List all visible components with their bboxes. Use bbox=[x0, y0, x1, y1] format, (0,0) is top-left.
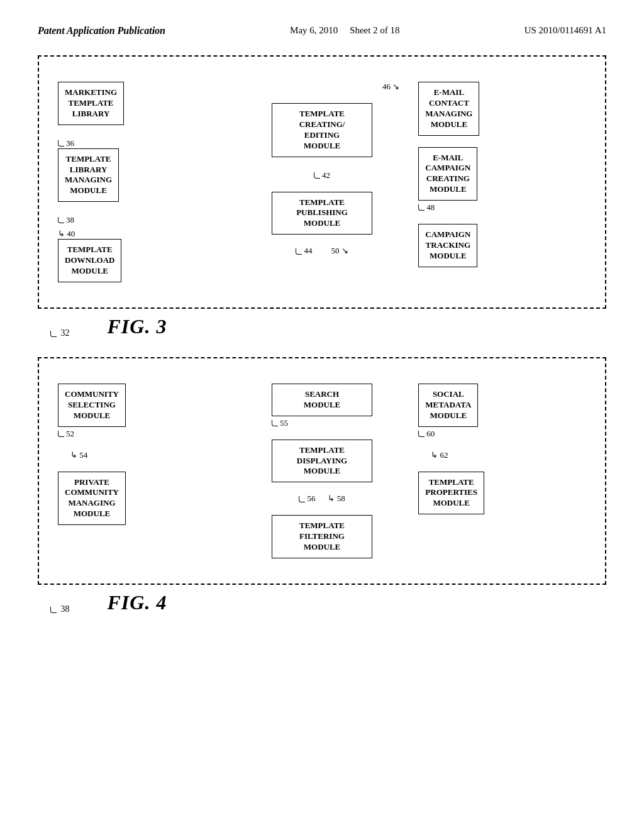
module-social-metadata: SOCIALMETADATAMODULE bbox=[418, 384, 478, 427]
curve-icon-38 bbox=[58, 217, 64, 223]
fig4-title: FIG. 4 bbox=[108, 591, 167, 614]
curve-icon-52 bbox=[58, 431, 64, 437]
module-marketing-template-library: MARKETINGTEMPLATELIBRARY bbox=[58, 82, 124, 125]
module-template-displaying: TEMPLATEDISPLAYINGMODULE bbox=[272, 440, 372, 483]
fig3-col2: 46 ↘ TEMPLATECREATING/EDITINGMODULE 42 T… bbox=[238, 82, 406, 282]
fig4-label-area: 38 FIG. 4 bbox=[38, 591, 606, 614]
page-header: Patent Application Publication May 6, 20… bbox=[38, 25, 606, 36]
header-center: May 6, 2010 Sheet 2 of 18 bbox=[290, 25, 400, 36]
header-title: Patent Application Publication bbox=[38, 25, 165, 36]
module-campaign-tracking: CAMPAIGNTRACKINGMODULE bbox=[418, 224, 477, 267]
curve-icon-48 bbox=[418, 204, 425, 211]
ref-62-indicator: ↳ 62 bbox=[431, 450, 586, 460]
module-template-properties: TEMPLATEPROPERTIESMODULE bbox=[418, 472, 484, 515]
module-template-creating-editing: TEMPLATECREATING/EDITINGMODULE bbox=[272, 103, 372, 157]
fig4-col3: SOCIALMETADATAMODULE 60 ↳ 62 TEMPLATEPRO… bbox=[418, 384, 586, 558]
ref-58: ↳ 58 bbox=[328, 494, 345, 504]
fig4-overall-ref: 38 bbox=[50, 604, 70, 614]
ref-60: 60 bbox=[418, 429, 586, 439]
fig3-dashed-box: MARKETINGTEMPLATELIBRARY 36 TEMPLATELIBR… bbox=[38, 55, 606, 309]
curve-icon-44 bbox=[296, 248, 302, 255]
module-template-library-managing: TEMPLATELIBRARYMANAGINGMODULE bbox=[58, 148, 119, 202]
ref-52: 52 bbox=[58, 429, 226, 439]
fig4-item-search: SEARCHMODULE 55 bbox=[272, 384, 372, 428]
fig3-item-template-library-managing: 36 TEMPLATELIBRARYMANAGINGMODULE bbox=[58, 136, 226, 202]
fig4-col1: COMMUNITYSELECTINGMODULE 52 ↳ 54 PRIVATE… bbox=[58, 384, 226, 558]
ref-38-fig3: 38 bbox=[58, 215, 226, 225]
curve-icon-36 bbox=[58, 140, 64, 147]
ref-56: 56 bbox=[299, 494, 315, 504]
module-private-community-managing: PRIVATECOMMUNITYMANAGINGMODULE bbox=[58, 472, 126, 526]
ref-40-curve-indicator: ↳ 40 bbox=[58, 229, 75, 239]
ref-num-52: 52 bbox=[66, 429, 74, 439]
module-template-publishing: TEMPLATEPUBLISHINGMODULE bbox=[272, 192, 372, 235]
curve-icon-56 bbox=[299, 496, 305, 502]
ref-46-top: 46 ↘ bbox=[382, 82, 399, 92]
ref-num-38: 38 bbox=[66, 215, 74, 225]
fig4-item-template-properties: TEMPLATEPROPERTIESMODULE bbox=[418, 472, 586, 515]
module-email-contact-managing: E-MAILCONTACTMANAGINGMODULE bbox=[418, 82, 479, 136]
ref-44: 44 bbox=[296, 246, 312, 256]
fig3-col3: E-MAILCONTACTMANAGINGMODULE E-MAILCAMPAI… bbox=[418, 82, 586, 282]
fig4-dashed-box: COMMUNITYSELECTINGMODULE 52 ↳ 54 PRIVATE… bbox=[38, 357, 606, 585]
header-date: May 6, 2010 bbox=[290, 25, 338, 35]
fig3-item-marketing-template-library: MARKETINGTEMPLATELIBRARY bbox=[58, 82, 226, 125]
ref-42: 42 bbox=[314, 170, 330, 180]
ref-44-50: 44 50 ↘ bbox=[296, 246, 348, 256]
fig3-overall-ref: 32 bbox=[50, 328, 70, 338]
fig4-item-social-metadata: SOCIALMETADATAMODULE 60 bbox=[418, 384, 586, 439]
ref-num-48: 48 bbox=[426, 202, 435, 213]
fig3-col1: MARKETINGTEMPLATELIBRARY 36 TEMPLATELIBR… bbox=[58, 82, 226, 282]
fig4-item-template-filtering: TEMPLATEFILTERINGMODULE bbox=[272, 515, 372, 558]
fig3-item-email-campaign-creating: E-MAILCAMPAIGNCREATINGMODULE 48 bbox=[418, 147, 586, 213]
ref-num-60: 60 bbox=[426, 429, 435, 439]
fig4-section: COMMUNITYSELECTINGMODULE 52 ↳ 54 PRIVATE… bbox=[38, 357, 606, 614]
curve-icon-38b bbox=[50, 607, 57, 613]
module-community-selecting: COMMUNITYSELECTINGMODULE bbox=[58, 384, 126, 427]
fig3-section: MARKETINGTEMPLATELIBRARY 36 TEMPLATELIBR… bbox=[38, 55, 606, 338]
module-search: SEARCHMODULE bbox=[272, 384, 372, 416]
ref-50: 50 ↘ bbox=[331, 246, 348, 256]
ref-36: 36 bbox=[58, 138, 226, 148]
fig3-item-template-download: 38 ↳ 40 TEMPLATEDOWNLOADMODULE bbox=[58, 213, 226, 282]
ref-48: 48 bbox=[418, 202, 586, 213]
ref-num-55: 55 bbox=[280, 418, 288, 428]
page: Patent Application Publication May 6, 20… bbox=[0, 0, 644, 830]
module-template-filtering: TEMPLATEFILTERINGMODULE bbox=[272, 515, 372, 558]
fig4-layout: COMMUNITYSELECTINGMODULE 52 ↳ 54 PRIVATE… bbox=[52, 371, 592, 571]
fig3-title: FIG. 3 bbox=[108, 315, 167, 338]
fig3-layout: MARKETINGTEMPLATELIBRARY 36 TEMPLATELIBR… bbox=[52, 69, 592, 295]
fig4-item-private-community-managing: PRIVATECOMMUNITYMANAGINGMODULE bbox=[58, 472, 226, 526]
header-patent: US 2010/0114691 A1 bbox=[525, 25, 606, 36]
fig3-item-email-contact-managing: E-MAILCONTACTMANAGINGMODULE bbox=[418, 82, 586, 136]
curve-icon-55 bbox=[272, 420, 278, 426]
fig4-col2: SEARCHMODULE 55 TEMPLATEDISPLAYINGMODULE bbox=[238, 384, 406, 558]
fig3-item-campaign-tracking: CAMPAIGNTRACKINGMODULE bbox=[418, 224, 586, 267]
module-template-download: TEMPLATEDOWNLOADMODULE bbox=[58, 239, 121, 282]
ref-56-58: 56 ↳ 58 bbox=[299, 494, 345, 504]
curve-icon-60 bbox=[418, 431, 425, 437]
curve-icon-42 bbox=[314, 172, 320, 179]
header-sheet: Sheet 2 of 18 bbox=[350, 25, 400, 35]
ref-54-indicator: ↳ 54 bbox=[70, 450, 226, 460]
module-email-campaign-creating: E-MAILCAMPAIGNCREATINGMODULE bbox=[418, 147, 477, 201]
ref-55: 55 bbox=[272, 418, 372, 428]
fig4-item-template-displaying: TEMPLATEDISPLAYINGMODULE bbox=[272, 440, 372, 483]
ref-num-42: 42 bbox=[322, 170, 330, 180]
fig3-label-area: 32 FIG. 3 bbox=[38, 315, 606, 338]
ref-num-36: 36 bbox=[66, 138, 74, 148]
curve-icon-32 bbox=[50, 331, 57, 337]
fig4-item-community-selecting: COMMUNITYSELECTINGMODULE 52 bbox=[58, 384, 226, 439]
